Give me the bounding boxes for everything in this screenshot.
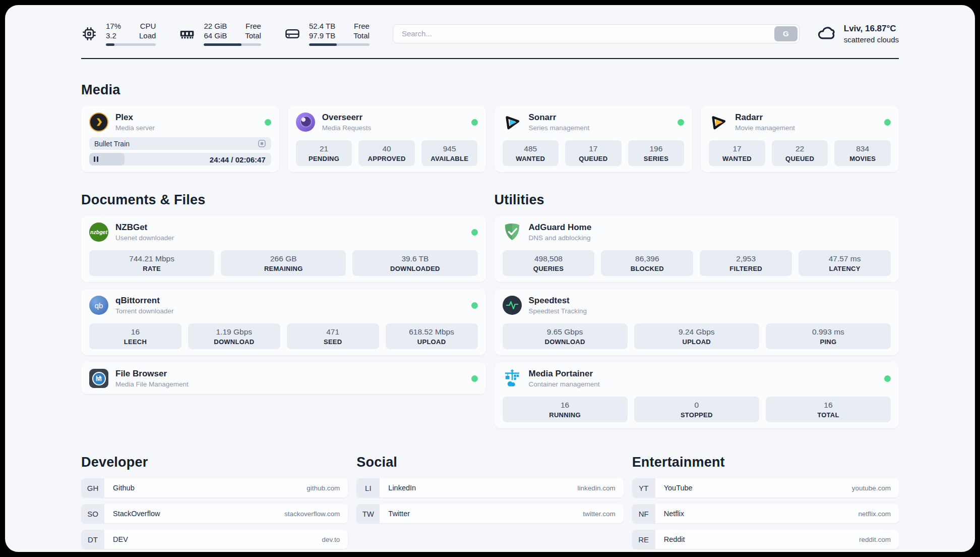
app-description: Movie management [735,124,795,132]
now-playing-title: Bullet Train [94,140,130,148]
playback-progress-bar: 24:44 / 02:06:47 [89,153,271,165]
app-card-overseerr[interactable]: Overseerr Media Requests 21 PENDING 40 A… [288,106,486,172]
radarr-icon [709,113,728,132]
section-entertainment: Entertainment YT YouTube youtube.com NF … [632,455,899,552]
memory-free-label: Free [246,21,261,31]
plex-icon [89,113,108,132]
portainer-icon [503,369,522,388]
app-description: Torrent downloader [115,307,174,315]
speedtest-icon [503,296,522,315]
entertainment-section-title: Entertainment [632,455,899,470]
system-stats: 17% 3.2 CPU Load [81,21,370,46]
section-utilities: Utilities [495,192,899,428]
sonarr-icon [503,113,522,132]
plex-now-playing: Bullet Train [89,137,271,165]
cpu-stat: 17% 3.2 CPU Load [81,21,156,46]
bookmark-name: Twitter [388,510,410,518]
app-card-nzbget[interactable]: nzbget NZBGet Usenet downloader 74 [81,216,486,282]
app-card-speedtest[interactable]: Speedtest Speedtest Tracking 9.65 Gbps D… [495,289,899,355]
stat-queued: 17 QUEUED [565,140,622,166]
app-description: DNS and adblocking [529,234,592,242]
stat-wanted: 17 WANTED [709,140,765,166]
stat-series: 196 SERIES [628,140,685,166]
header-separator [81,58,899,59]
memory-free-value: 22 GiB [204,21,227,31]
top-bar: 17% 3.2 CPU Load [81,21,899,46]
filebrowser-icon [89,369,108,388]
app-name: qBittorrent [115,296,174,306]
bookmark-dev[interactable]: DT DEV dev.to [81,530,348,549]
weather-widget: Lviv, 16.87°C scattered clouds [817,23,899,45]
playback-time: 24:44 / 02:06:47 [210,155,266,163]
section-developer: Developer GH Github github.com SO StackO… [81,455,348,552]
app-description: Media File Management [115,380,189,388]
stat-stopped: 0 STOPPED [634,397,759,422]
dashboard-window: 17% 3.2 CPU Load [5,5,975,552]
stat-latency: 47.57 ms LATENCY [799,250,891,276]
bookmark-abbr: YT [632,478,655,497]
status-online-dot [265,119,271,126]
disk-icon [284,26,300,42]
app-name: File Browser [115,369,189,379]
app-description: Media server [115,124,155,132]
app-name: Overseerr [322,113,372,123]
disk-free-label: Free [354,21,370,31]
app-description: Media Requests [322,124,372,132]
app-name: Media Portainer [529,369,600,379]
memory-total-value: 64 GiB [204,31,227,40]
status-online-dot [884,119,891,126]
stat-download: 1.19 Gbps DOWNLOAD [188,323,280,349]
app-card-radarr[interactable]: Radarr Movie management 17 WANTED 22 QUE… [701,106,899,172]
stat-total: 16 TOTAL [766,397,891,422]
stat-filtered: 2,953 FILTERED [700,250,792,276]
adguard-icon [503,222,522,242]
search-input[interactable] [395,29,774,38]
bookmark-name: DEV [113,535,128,543]
app-card-plex[interactable]: Plex Media server Bullet Train [81,106,279,172]
disk-total-label: Total [353,31,370,40]
bookmark-abbr: LI [356,478,380,497]
stat-download: 9.65 Gbps DOWNLOAD [503,323,628,349]
bookmark-netflix[interactable]: NF Netflix netflix.com [632,504,899,523]
section-documents: Documents & Files nzbget [81,192,486,394]
bookmark-twitter[interactable]: TW Twitter twitter.com [356,504,623,523]
search-engine-button[interactable]: G [774,26,798,41]
app-card-adguard[interactable]: AdGuard Home DNS and adblocking 498,508 … [495,216,899,282]
svg-text:nzbget: nzbget [90,229,107,235]
bookmark-reddit[interactable]: RE Reddit reddit.com [632,530,899,549]
bookmark-github[interactable]: GH Github github.com [81,478,348,497]
utilities-section-title: Utilities [495,192,899,208]
status-online-dot [471,229,478,236]
section-media: Media Plex Media server [81,82,899,172]
stat-wanted: 485 WANTED [503,140,559,166]
pause-icon [94,156,98,162]
bookmark-abbr: GH [81,478,104,497]
stat-queued: 22 QUEUED [772,140,828,166]
app-card-sonarr[interactable]: Sonarr Series management 485 WANTED 17 Q… [495,106,693,172]
bookmark-youtube[interactable]: YT YouTube youtube.com [632,478,899,497]
bookmark-abbr: DT [81,530,104,549]
status-online-dot [884,375,891,382]
bookmark-stackoverflow[interactable]: SO StackOverflow stackoverflow.com [81,504,348,523]
cpu-load-value: 3.2 [106,31,121,40]
overseerr-icon [296,113,315,132]
stat-remaining: 266 GB REMAINING [221,250,346,276]
bookmark-url: twitter.com [583,510,616,518]
bookmark-linkedin[interactable]: LI LinkedIn linkedin.com [356,478,623,497]
status-online-dot [678,119,684,126]
search-bar: G [393,24,800,43]
app-name: NZBGet [115,222,174,233]
app-description: Usenet downloader [115,234,174,242]
memory-total-label: Total [245,31,261,40]
bookmark-name: Reddit [664,535,685,543]
app-name: AdGuard Home [529,222,592,233]
stat-leech: 16 LEECH [89,323,181,349]
app-card-filebrowser[interactable]: File Browser Media File Management [81,362,486,394]
developer-section-title: Developer [81,455,348,470]
nzbget-icon: nzbget [89,222,108,242]
stat-rate: 744.21 Mbps RATE [89,250,214,276]
app-card-portainer[interactable]: Media Portainer Container management 16 … [495,362,899,428]
stat-queries: 498,508 QUERIES [503,250,595,276]
app-card-qbittorrent[interactable]: qb qBittorrent Torrent downloader 16 [81,289,486,355]
bookmark-url: github.com [307,484,340,492]
